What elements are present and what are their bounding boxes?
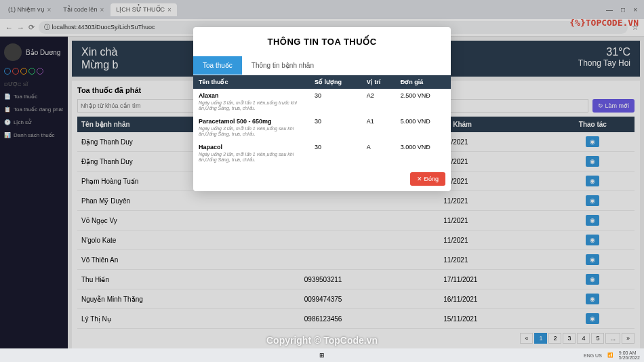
taskbar: ⊞ ENG US 📶 9:00 AM5/26/2022 bbox=[0, 348, 644, 362]
copyright-watermark: Copyright © TopCode.vn bbox=[266, 335, 378, 346]
tab-benh-nhan[interactable]: Thông tin bệnh nhân bbox=[242, 56, 323, 75]
modal-backdrop[interactable]: THÔNG TIN TOA THUỐC Toa thuốc Thông tin … bbox=[0, 0, 644, 362]
modal-title: THÔNG TIN TOA THUỐC bbox=[193, 27, 451, 56]
wifi-icon[interactable]: 📶 bbox=[607, 353, 613, 358]
medicine-table: Tên thuốc Số lượng Vị trí Đơn giá Alaxan… bbox=[193, 75, 451, 166]
prescription-modal: THÔNG TIN TOA THUỐC Toa thuốc Thông tin … bbox=[193, 27, 451, 191]
start-icon[interactable]: ⊞ bbox=[319, 352, 325, 359]
medicine-row: HapacolNgày uống 3 lần, mỗi lần 1 viên,u… bbox=[193, 140, 451, 166]
tab-toa-thuoc[interactable]: Toa thuốc bbox=[193, 56, 242, 75]
close-button[interactable]: ✕ Đóng bbox=[410, 172, 445, 186]
medicine-row: AlaxanNgày uống 3 lần, mỗi lần 1 viên,uố… bbox=[193, 89, 451, 115]
medicine-row: Paracetamol 500 - 650mgNgày uống 3 lần, … bbox=[193, 115, 451, 140]
